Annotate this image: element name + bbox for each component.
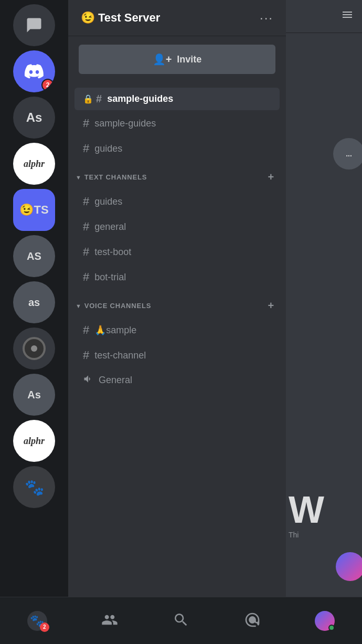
add-text-channel-button[interactable]: + bbox=[265, 170, 278, 184]
sidebar-item-as-lower[interactable]: as bbox=[13, 281, 55, 323]
channel-name: guides bbox=[94, 196, 269, 207]
channel-name: general bbox=[94, 221, 269, 233]
sidebar-item-record[interactable] bbox=[13, 328, 55, 369]
server-title: 😉 Test Server bbox=[81, 11, 160, 25]
server-header: 😉 Test Server ··· bbox=[68, 0, 286, 36]
hash-icon: # bbox=[83, 220, 89, 234]
channel-name: sample-guides bbox=[94, 118, 269, 129]
more-options-button[interactable]: ··· bbox=[260, 10, 273, 25]
sidebar-item-alphr1[interactable]: alphr bbox=[13, 143, 55, 185]
sidebar-item-direct-messages[interactable] bbox=[13, 4, 55, 46]
channel-name: test-channel bbox=[94, 350, 269, 361]
channel-item-test-channel[interactable]: # test-channel bbox=[74, 343, 280, 367]
server-emoji: 😉 bbox=[81, 11, 95, 25]
add-voice-channel-button[interactable]: + bbox=[265, 299, 278, 313]
invite-label: Invite bbox=[177, 54, 201, 65]
sidebar-item-avatar-bottom[interactable]: 🐾 bbox=[13, 466, 55, 508]
member-avatar: ... bbox=[333, 138, 362, 170]
messages-badge: 2 bbox=[40, 622, 49, 632]
nav-item-mentions[interactable] bbox=[244, 611, 261, 630]
speaker-icon bbox=[83, 374, 93, 387]
hash-icon: # bbox=[83, 349, 89, 362]
sidebar-item-discord-hub[interactable]: 2 bbox=[13, 50, 55, 92]
channel-name: sample-guides bbox=[107, 93, 269, 104]
hash-icon: # bbox=[83, 195, 89, 208]
channels-list: 🔒 # sample-guides # sample-guides # guid… bbox=[68, 82, 286, 644]
channel-name: 🙏sample bbox=[94, 324, 269, 336]
channel-name: guides bbox=[94, 143, 269, 154]
nav-item-search[interactable] bbox=[173, 611, 189, 630]
text-channels-label: TEXT CHANNELS bbox=[84, 173, 147, 181]
lock-hash-icon: 🔒 # bbox=[83, 93, 102, 105]
user-avatar-right bbox=[336, 552, 362, 581]
bottom-nav: 🐾 2 bbox=[0, 597, 362, 644]
discord-hub-badge: 2 bbox=[41, 79, 54, 91]
voice-category-arrow-icon: ▼ bbox=[76, 303, 82, 309]
invite-button[interactable]: 👤+ Invite bbox=[79, 45, 275, 74]
channel-item-guides[interactable]: # guides bbox=[74, 189, 280, 214]
channel-item-test-boot[interactable]: # test-boot bbox=[74, 240, 280, 264]
search-icon bbox=[173, 611, 189, 630]
text-channels-category[interactable]: ▼ TEXT CHANNELS + bbox=[68, 163, 286, 187]
channel-item-general[interactable]: # general bbox=[74, 215, 280, 239]
channel-item-sample-voice[interactable]: # 🙏sample bbox=[74, 318, 280, 342]
hamburger-icon[interactable] bbox=[341, 8, 354, 24]
channel-item-sample-guides[interactable]: # sample-guides bbox=[74, 111, 280, 135]
welcome-text: W Thi bbox=[289, 491, 324, 539]
channel-name: General bbox=[99, 375, 269, 386]
channel-item-bot-trial[interactable]: # bot-trial bbox=[74, 265, 280, 289]
sidebar-item-test-server[interactable]: 😉TS bbox=[13, 189, 55, 231]
sidebar-item-as-server[interactable]: As bbox=[13, 97, 55, 139]
channel-item-general-voice[interactable]: General bbox=[74, 368, 280, 392]
hash-icon: # bbox=[83, 270, 89, 284]
sidebar-item-as2[interactable]: As bbox=[13, 374, 55, 416]
server-sidebar: 2 As alphr 😉TS AS as As alphr 🐾 bbox=[0, 0, 68, 644]
hash-icon: # bbox=[83, 142, 89, 155]
channel-item-guides-pinned[interactable]: # guides bbox=[74, 136, 280, 161]
nav-item-messages[interactable]: 🐾 2 bbox=[27, 611, 47, 631]
main-content: ... W Thi bbox=[286, 0, 362, 644]
channel-item-sample-guides-locked[interactable]: 🔒 # sample-guides bbox=[74, 88, 280, 110]
server-name: Test Server bbox=[98, 11, 160, 25]
main-body: ... W Thi bbox=[286, 33, 362, 644]
mentions-icon bbox=[244, 611, 261, 630]
voice-channels-category[interactable]: ▼ VOICE CHANNELS + bbox=[68, 291, 286, 316]
invite-icon: 👤+ bbox=[153, 53, 172, 66]
main-header bbox=[286, 0, 362, 33]
category-arrow-icon: ▼ bbox=[76, 174, 82, 181]
hash-icon: # bbox=[83, 245, 89, 259]
nav-item-profile[interactable] bbox=[315, 611, 335, 631]
channel-sidebar: 😉 Test Server ··· 👤+ Invite 🔒 # sample-g… bbox=[68, 0, 286, 644]
user-status-indicator bbox=[328, 625, 335, 631]
user-avatar bbox=[315, 611, 335, 631]
sidebar-item-as-upper[interactable]: AS bbox=[13, 235, 55, 277]
hash-icon: # bbox=[83, 323, 89, 337]
friends-icon bbox=[101, 611, 118, 630]
sidebar-item-alphr2[interactable]: alphr bbox=[13, 420, 55, 462]
nav-item-friends[interactable] bbox=[101, 611, 118, 630]
channel-name: bot-trial bbox=[94, 272, 269, 283]
channel-name: test-boot bbox=[94, 247, 269, 258]
voice-channels-label: VOICE CHANNELS bbox=[84, 302, 152, 310]
hash-icon: # bbox=[83, 117, 89, 130]
